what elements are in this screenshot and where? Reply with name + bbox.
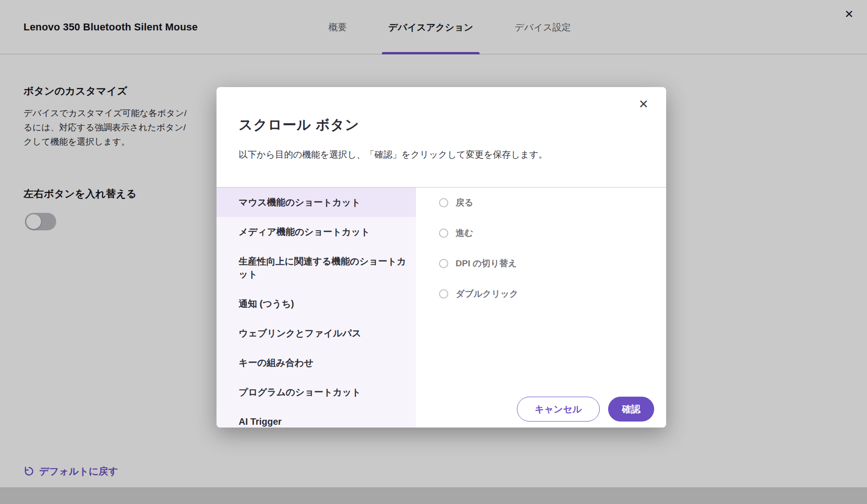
- option-label: 進む: [456, 227, 473, 239]
- category-program-shortcuts[interactable]: プログラムのショートカット: [217, 377, 416, 407]
- cancel-button[interactable]: キャンセル: [517, 397, 600, 422]
- option-dpi-switch[interactable]: DPI の切り替え: [416, 248, 666, 279]
- category-list: マウス機能のショートカット メディア機能のショートカット 生産性向上に関連する機…: [217, 188, 416, 428]
- category-web-link-file-path[interactable]: ウェブリンクとファイルパス: [217, 318, 416, 348]
- dialog-actions: キャンセル 確認: [517, 397, 654, 422]
- category-notification[interactable]: 通知 (つうち): [217, 289, 416, 318]
- dialog-body: マウス機能のショートカット メディア機能のショートカット 生産性向上に関連する機…: [217, 188, 666, 428]
- radio-icon[interactable]: [439, 229, 448, 238]
- option-label: DPI の切り替え: [456, 258, 517, 270]
- function-option-list: 戻る 進む DPI の切り替え ダブルクリック: [416, 188, 666, 428]
- category-mouse-function-shortcuts[interactable]: マウス機能のショートカット: [217, 188, 416, 217]
- app-window: Lenovo 350 Bluetooth Silent Mouse 概要 デバイ…: [0, 0, 867, 504]
- option-label: ダブルクリック: [456, 288, 518, 300]
- confirm-button[interactable]: 確認: [608, 397, 654, 422]
- scroll-button-dialog: ✕ スクロール ボタン 以下から目的の機能を選択し、「確認」をクリックして変更を…: [217, 87, 666, 428]
- category-media-function-shortcuts[interactable]: メディア機能のショートカット: [217, 217, 416, 246]
- radio-icon[interactable]: [439, 289, 448, 299]
- category-ai-trigger[interactable]: AI Trigger: [217, 407, 416, 428]
- option-label: 戻る: [456, 197, 473, 209]
- dialog-close-button[interactable]: ✕: [635, 95, 652, 113]
- dialog-title: スクロール ボタン: [239, 116, 359, 135]
- radio-icon[interactable]: [439, 259, 448, 268]
- dialog-subtitle: 以下から目的の機能を選択し、「確認」をクリックして変更を保存します。: [239, 148, 547, 161]
- option-back[interactable]: 戻る: [416, 188, 666, 218]
- radio-icon[interactable]: [439, 198, 448, 207]
- option-double-click[interactable]: ダブルクリック: [416, 279, 666, 309]
- close-icon: ✕: [639, 97, 649, 111]
- category-productivity-shortcuts[interactable]: 生産性向上に関連する機能のショートカット: [217, 246, 416, 289]
- option-forward[interactable]: 進む: [416, 218, 666, 248]
- category-key-combination[interactable]: キーの組み合わせ: [217, 348, 416, 377]
